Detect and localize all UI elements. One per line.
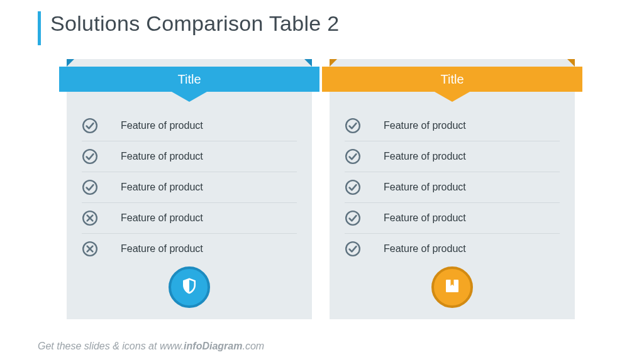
- feature-label: Feature of product: [121, 243, 203, 255]
- feature-row: Feature of product: [82, 172, 297, 203]
- feature-row: Feature of product: [82, 141, 297, 172]
- card-ribbon: Title: [59, 67, 319, 92]
- card-title: Title: [440, 72, 464, 87]
- feature-list: Feature of product Feature of product Fe…: [345, 111, 560, 264]
- feature-list: Feature of product Feature of product Fe…: [82, 111, 297, 264]
- check-icon: [345, 118, 361, 134]
- feature-row: Feature of product: [82, 203, 297, 234]
- check-icon: [345, 210, 361, 226]
- ribbon-fold-right: [567, 59, 575, 67]
- ribbon-notch: [172, 92, 207, 102]
- feature-label: Feature of product: [121, 212, 203, 224]
- slide: Solutions Comparison Table 2 Title Featu…: [0, 0, 644, 362]
- feature-label: Feature of product: [384, 182, 466, 193]
- feature-row: Feature of product: [345, 111, 560, 141]
- feature-label: Feature of product: [121, 120, 203, 131]
- footer-brand: infoDiagram: [184, 341, 242, 351]
- feature-row: Feature of product: [345, 172, 560, 203]
- svg-point-1: [83, 150, 97, 163]
- feature-row: Feature of product: [345, 203, 560, 234]
- comparison-card: Title Feature of product Feature of prod…: [67, 59, 312, 319]
- ribbon-notch: [435, 92, 470, 102]
- shield-icon: [180, 277, 199, 298]
- bookmark-box-icon: [443, 277, 462, 298]
- cards-container: Title Feature of product Feature of prod…: [67, 59, 575, 319]
- check-icon: [345, 179, 361, 195]
- footer-attribution: Get these slides & icons at www.infoDiag…: [38, 341, 264, 352]
- shield-badge: [169, 266, 210, 308]
- svg-point-9: [346, 242, 360, 256]
- svg-point-6: [346, 150, 360, 163]
- page-title: Solutions Comparison Table 2: [50, 11, 339, 36]
- bookmark-badge: [431, 266, 473, 308]
- check-icon: [82, 148, 98, 165]
- title-accent-bar: [38, 11, 41, 45]
- svg-point-5: [346, 119, 360, 133]
- footer-prefix: Get these slides & icons at www.: [38, 341, 184, 351]
- feature-row: Feature of product: [345, 141, 560, 172]
- feature-label: Feature of product: [384, 212, 466, 224]
- svg-point-2: [83, 180, 97, 194]
- comparison-card: Title Feature of product Feature of prod…: [330, 59, 575, 319]
- feature-label: Feature of product: [121, 182, 203, 193]
- check-icon: [345, 148, 361, 165]
- svg-point-8: [346, 211, 360, 225]
- feature-label: Feature of product: [121, 151, 203, 162]
- svg-point-7: [346, 180, 360, 194]
- check-icon: [82, 118, 98, 134]
- feature-row: Feature of product: [82, 234, 297, 264]
- footer-suffix: .com: [242, 341, 264, 351]
- feature-label: Feature of product: [384, 243, 466, 255]
- feature-row: Feature of product: [82, 111, 297, 141]
- card-ribbon: Title: [322, 67, 582, 92]
- feature-label: Feature of product: [384, 120, 466, 131]
- svg-point-0: [83, 119, 97, 133]
- feature-label: Feature of product: [384, 151, 466, 162]
- cross-icon: [82, 210, 98, 226]
- check-icon: [345, 241, 361, 257]
- ribbon-fold-left: [67, 59, 74, 67]
- feature-row: Feature of product: [345, 234, 560, 264]
- card-title: Title: [177, 72, 201, 87]
- ribbon-fold-left: [330, 59, 337, 67]
- ribbon-fold-right: [304, 59, 312, 67]
- cross-icon: [82, 241, 98, 257]
- check-icon: [82, 179, 98, 195]
